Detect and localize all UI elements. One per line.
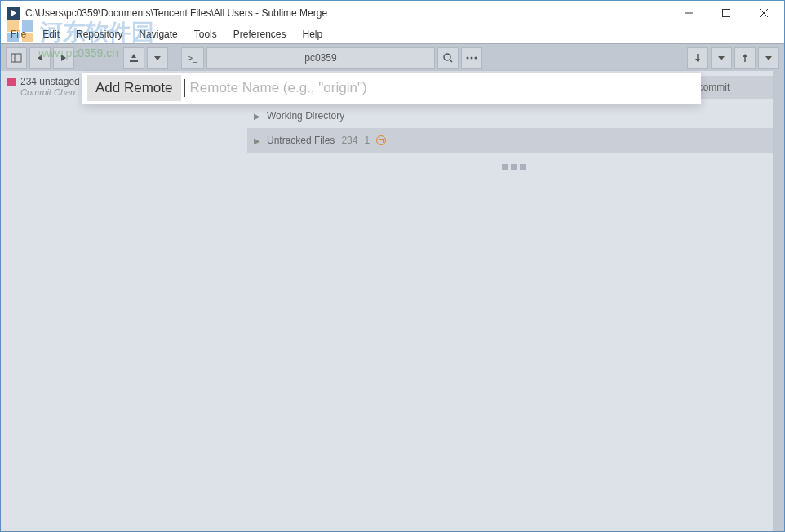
chevron-right-icon: ▶ — [254, 136, 260, 145]
back-button[interactable] — [29, 47, 51, 69]
working-directory-section[interactable]: ▶ Working Directory — [247, 104, 779, 128]
main-panel: Click here to set user details Nothing t… — [242, 71, 784, 531]
close-button[interactable] — [745, 1, 783, 25]
svg-marker-8 — [61, 55, 66, 61]
svg-line-13 — [450, 60, 452, 62]
menu-preferences[interactable]: Preferences — [227, 27, 293, 42]
menu-help[interactable]: Help — [295, 27, 329, 42]
commit-marker-icon — [7, 78, 16, 86]
svg-marker-10 — [131, 54, 136, 58]
svg-marker-21 — [743, 54, 747, 57]
command-palette: Add Remote — [82, 73, 701, 104]
search-button[interactable] — [437, 47, 459, 69]
chevron-right-icon: ▶ — [254, 112, 260, 121]
commit-sidebar: 234 unstaged Commit Chan — [1, 71, 242, 531]
working-directory-label: Working Directory — [267, 110, 344, 122]
window-controls — [670, 1, 783, 25]
minimize-button[interactable] — [670, 1, 707, 25]
svg-point-14 — [466, 56, 468, 59]
titlebar: C:\Users\pc0359\Documents\Tencent Files\… — [1, 1, 784, 25]
svg-marker-0 — [11, 10, 16, 16]
menu-repository[interactable]: Repository — [69, 27, 129, 42]
content-area: 234 unstaged Commit Chan Click here to s… — [1, 71, 784, 531]
stash-button[interactable] — [123, 47, 144, 69]
forward-button[interactable] — [53, 47, 74, 69]
app-icon — [7, 7, 20, 20]
svg-marker-18 — [695, 59, 700, 62]
svg-point-12 — [444, 54, 450, 60]
palette-command-badge: Add Remote — [87, 75, 181, 101]
svg-marker-7 — [38, 55, 42, 61]
svg-point-15 — [470, 56, 472, 59]
window-scrollbar[interactable] — [773, 71, 784, 531]
menu-edit[interactable]: Edit — [36, 27, 66, 42]
svg-marker-11 — [154, 56, 161, 60]
untracked-files-section[interactable]: ▶ Untracked Files 234 1 — [247, 128, 779, 153]
maximize-button[interactable] — [707, 1, 745, 25]
command-prompt-button[interactable]: >_ — [181, 47, 204, 69]
window-title: C:\Users\pc0359\Documents\Tencent Files\… — [25, 7, 670, 19]
menubar: File Edit Repository Navigate Tools Pref… — [1, 25, 784, 43]
locations-button[interactable] — [6, 47, 27, 69]
push-button[interactable] — [734, 47, 756, 69]
menu-file[interactable]: File — [4, 27, 33, 42]
push-dropdown[interactable] — [758, 47, 779, 69]
toolbar: >_ pc0359 — [1, 43, 784, 71]
clock-icon — [376, 135, 386, 145]
svg-rect-5 — [11, 54, 21, 62]
menu-tools[interactable]: Tools — [188, 27, 224, 42]
branch-selector[interactable]: pc0359 — [206, 47, 435, 69]
stash-dropdown[interactable] — [147, 47, 168, 69]
svg-point-16 — [474, 56, 477, 59]
palette-input[interactable] — [187, 80, 702, 96]
untracked-count: 234 — [341, 135, 357, 146]
more-button[interactable] — [461, 47, 482, 69]
pull-button[interactable] — [687, 47, 708, 69]
svg-rect-2 — [723, 10, 730, 17]
loading-dots — [247, 153, 779, 181]
svg-marker-22 — [765, 56, 772, 60]
untracked-files-label: Untracked Files — [267, 135, 335, 146]
text-cursor — [184, 79, 185, 97]
pull-dropdown[interactable] — [711, 47, 732, 69]
menu-navigate[interactable]: Navigate — [132, 27, 184, 42]
svg-marker-19 — [718, 56, 725, 60]
untracked-pending: 1 — [364, 135, 370, 146]
unstaged-count: 234 unstaged — [20, 76, 80, 87]
